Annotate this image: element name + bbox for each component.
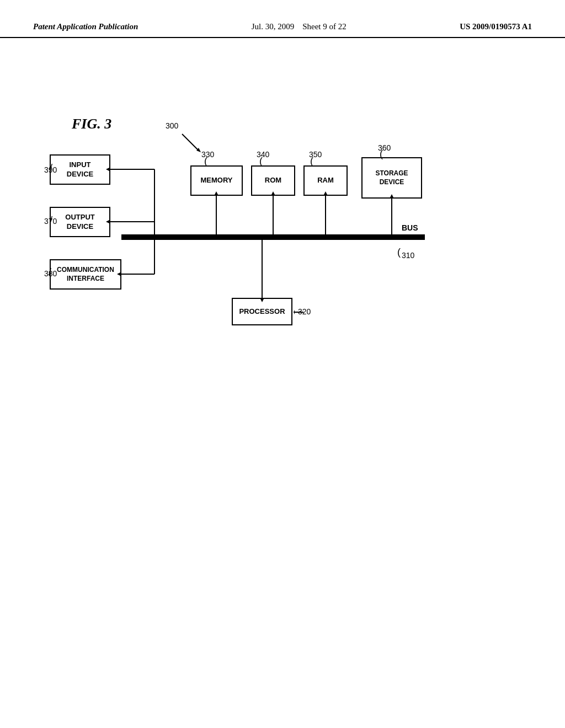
diagram-lines bbox=[44, 110, 430, 342]
svg-marker-36 bbox=[260, 298, 264, 302]
publication-text: Patent Application Publication bbox=[33, 22, 138, 31]
publication-label: Patent Application Publication bbox=[33, 22, 138, 31]
svg-marker-29 bbox=[323, 191, 328, 196]
svg-marker-21 bbox=[117, 272, 121, 276]
svg-marker-18 bbox=[106, 220, 110, 224]
date-text: Jul. 30, 2009 bbox=[252, 22, 295, 31]
sheet-text: Sheet 9 of 22 bbox=[302, 22, 347, 31]
svg-marker-15 bbox=[106, 167, 110, 172]
diagram-fig3: FIG. 3 300 INPUT DEVICE 390 / OUTPUT DEV… bbox=[44, 110, 519, 441]
page-header: Patent Application Publication Jul. 30, … bbox=[0, 0, 565, 38]
patent-number-text: US 2009/0190573 A1 bbox=[460, 22, 532, 31]
patent-number: US 2009/0190573 A1 bbox=[460, 22, 532, 31]
date-sheet-info: Jul. 30, 2009 Sheet 9 of 22 bbox=[252, 22, 347, 31]
svg-marker-26 bbox=[271, 191, 275, 196]
svg-marker-23 bbox=[214, 191, 218, 196]
svg-marker-32 bbox=[390, 194, 394, 199]
